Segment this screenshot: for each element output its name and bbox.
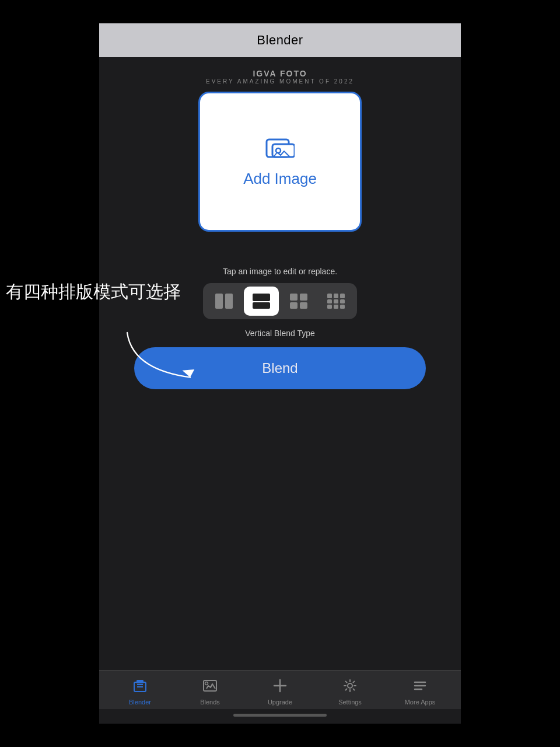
watermark-title: Igva Foto — [206, 69, 354, 78]
tab-more-apps[interactable]: More Apps — [397, 678, 443, 706]
svg-rect-14 — [327, 294, 332, 298]
svg-rect-15 — [334, 294, 338, 298]
svg-rect-19 — [340, 299, 345, 303]
svg-rect-21 — [334, 305, 338, 309]
home-indicator — [99, 709, 461, 724]
home-bar — [233, 714, 327, 717]
watermark-subtitle: Every Amazing Moment of 2022 — [206, 78, 354, 85]
svg-rect-10 — [290, 294, 298, 301]
svg-rect-13 — [300, 302, 307, 309]
svg-rect-20 — [327, 305, 332, 309]
tab-upgrade-label: Upgrade — [268, 699, 292, 706]
settings-icon — [342, 678, 358, 696]
chinese-annotation: 有四种排版模式可选择 — [6, 280, 181, 304]
blender-icon — [132, 678, 148, 696]
add-image-button[interactable]: Add Image — [198, 92, 362, 232]
layout-option-nine-grid[interactable] — [318, 287, 354, 316]
more-apps-icon — [412, 678, 428, 696]
tab-blender[interactable]: Blender — [117, 678, 163, 706]
tab-blender-label: Blender — [129, 699, 151, 706]
blend-type-label: Vertical Blend Type — [245, 329, 315, 338]
tab-bar: Blender Blends — [99, 670, 461, 709]
upgrade-icon — [272, 678, 288, 696]
svg-rect-18 — [334, 299, 338, 303]
blends-icon — [202, 678, 218, 696]
layout-option-two-col[interactable] — [206, 287, 242, 316]
watermark: Igva Foto Every Amazing Moment of 2022 — [206, 69, 354, 85]
svg-rect-22 — [340, 305, 345, 309]
svg-rect-7 — [225, 294, 233, 309]
tab-blends-label: Blends — [200, 699, 220, 706]
tab-settings-label: Settings — [338, 699, 362, 706]
svg-rect-11 — [300, 294, 307, 301]
tap-instruction: Tap an image to edit or replace. — [223, 267, 337, 276]
svg-rect-8 — [253, 294, 270, 301]
layout-option-half-half[interactable] — [244, 287, 279, 316]
add-image-icon — [265, 136, 295, 163]
svg-rect-17 — [327, 299, 332, 303]
tab-settings[interactable]: Settings — [327, 678, 373, 706]
tab-upgrade[interactable]: Upgrade — [257, 678, 303, 706]
svg-rect-12 — [290, 302, 298, 309]
svg-rect-6 — [215, 294, 223, 309]
title-text: Blender — [257, 33, 303, 47]
svg-rect-9 — [253, 302, 270, 309]
layout-selector[interactable] — [203, 283, 357, 319]
svg-rect-16 — [340, 294, 345, 298]
tab-more-apps-label: More Apps — [405, 699, 436, 706]
svg-point-28 — [205, 682, 208, 685]
add-image-label: Add Image — [243, 170, 317, 188]
layout-section: Tap an image to edit or replace. — [203, 267, 357, 338]
title-bar: Blender — [99, 23, 461, 57]
svg-point-31 — [348, 683, 352, 688]
svg-rect-24 — [136, 680, 144, 683]
tab-blends[interactable]: Blends — [187, 678, 233, 706]
layout-option-four-grid[interactable] — [281, 287, 316, 316]
curved-arrow-icon — [117, 327, 222, 391]
